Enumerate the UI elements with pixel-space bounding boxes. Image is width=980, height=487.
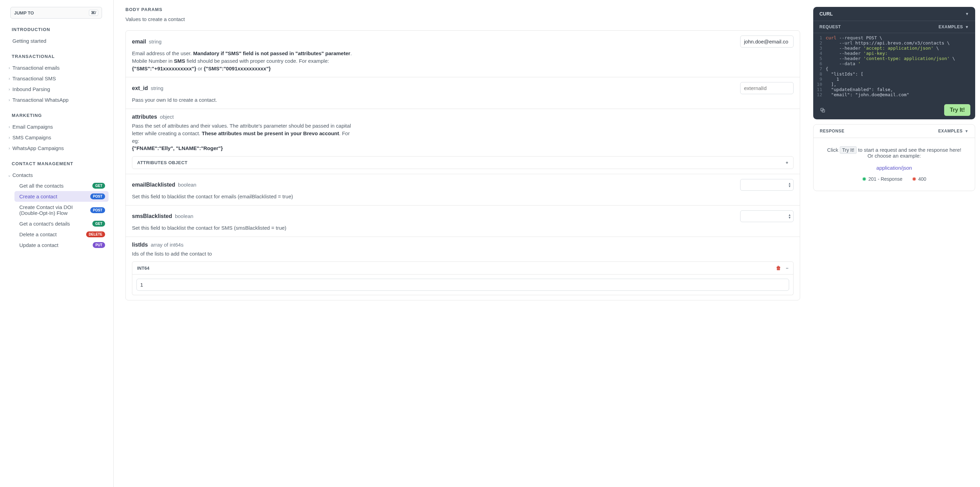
- param-type: string: [149, 38, 162, 45]
- param-ext-id: ext_id string Pass your own Id to create…: [126, 77, 800, 109]
- chevron-right-icon: ›: [7, 87, 12, 92]
- response-label: RESPONSE: [820, 129, 845, 134]
- minus-icon[interactable]: −: [786, 265, 788, 271]
- nav-subitem[interactable]: Create Contact via DOI (Double-Opt-In) F…: [14, 202, 108, 218]
- param-desc: Email address of the user. Mandatory if …: [132, 49, 353, 72]
- method-badge: POST: [90, 193, 105, 200]
- param-type: object: [160, 114, 174, 120]
- nav-item[interactable]: ›WhatsApp Campaigns: [5, 143, 108, 153]
- param-type: boolean: [175, 213, 193, 219]
- param-attributes: attributes object Pass the set of attrib…: [126, 109, 800, 174]
- try-it-button[interactable]: Try It!: [944, 104, 970, 116]
- nav-item[interactable]: Getting started: [5, 35, 108, 46]
- email-input[interactable]: [740, 35, 794, 48]
- nav-section-head: TRANSACTIONAL: [12, 54, 108, 59]
- nav-subitem[interactable]: Get a contact's detailsGET: [14, 218, 108, 229]
- param-name: attributes: [132, 114, 157, 120]
- method-badge: GET: [92, 221, 105, 227]
- nav-item[interactable]: ›Transactional WhatsApp: [5, 94, 108, 105]
- nav-section-head: CONTACT MANAGEMENT: [12, 161, 108, 166]
- code-block: 1curl --request POST \2 --url https://ap…: [813, 33, 975, 101]
- jump-to-button[interactable]: JUMP TO⌘/: [10, 7, 102, 19]
- examples-dropdown[interactable]: EXAMPLES▼: [938, 129, 969, 134]
- attributes-object-expander[interactable]: ATTRIBUTES OBJECT +: [132, 156, 794, 169]
- nav-item[interactable]: ›SMS Campaigns: [5, 132, 108, 143]
- nav-subitem[interactable]: Get all the contactsGET: [14, 180, 108, 191]
- response-hint: Click Try It! to start a request and see…: [820, 147, 969, 159]
- param-list-ids: listIds array of int64s Ids of the lists…: [126, 237, 800, 300]
- nav-section-head: INTRODUCTION: [12, 27, 108, 32]
- chevron-right-icon: ›: [7, 146, 12, 151]
- int64-row-header: INT64 🗑 −: [132, 262, 794, 275]
- request-panel: CURL ▼ REQUEST EXAMPLES▼ 1curl --request…: [813, 7, 975, 119]
- chevron-right-icon: ›: [7, 76, 12, 81]
- param-desc: Set this field to blacklist the contact …: [132, 193, 353, 200]
- stepper-icon: ▲▼: [788, 182, 791, 188]
- param-name: listIds: [132, 242, 148, 247]
- copy-icon[interactable]: [818, 105, 827, 115]
- param-type: array of int64s: [151, 242, 183, 247]
- language-tab[interactable]: CURL: [819, 11, 833, 16]
- method-badge: POST: [90, 207, 105, 213]
- param-sms-blacklisted: smsBlacklisted boolean ▲▼ Set this field…: [126, 206, 800, 237]
- plus-icon: +: [786, 160, 788, 165]
- param-desc: Set this field to blacklist the contact …: [132, 224, 353, 232]
- param-name: email: [132, 38, 146, 45]
- nav-item[interactable]: ⌄Contacts: [5, 170, 108, 180]
- param-email: email string Email address of the user. …: [126, 31, 800, 77]
- examples-dropdown[interactable]: EXAMPLES▼: [939, 24, 969, 29]
- method-badge: DELETE: [86, 232, 105, 237]
- chevron-down-icon: ⌄: [7, 173, 12, 177]
- chevron-right-icon: ›: [7, 97, 12, 102]
- nav-subitem[interactable]: Create a contactPOST: [14, 191, 108, 202]
- param-name: smsBlacklisted: [132, 213, 172, 219]
- param-name: emailBlacklisted: [132, 182, 175, 188]
- stepper-icon: ▲▼: [788, 214, 791, 219]
- listid-input[interactable]: [137, 279, 789, 291]
- param-name: ext_id: [132, 85, 148, 91]
- chevron-right-icon: ›: [7, 65, 12, 70]
- nav-item[interactable]: ›Transactional SMS: [5, 73, 108, 84]
- params-container: email string Email address of the user. …: [126, 30, 800, 300]
- param-email-blacklisted: emailBlacklisted boolean ▲▼ Set this fie…: [126, 174, 800, 206]
- status-201[interactable]: 201 - Response: [862, 176, 902, 182]
- request-label: REQUEST: [819, 24, 841, 29]
- method-badge: PUT: [93, 242, 105, 248]
- nav-item[interactable]: ›Transactional emails: [5, 62, 108, 73]
- nav-item[interactable]: ›Inbound Parsing: [5, 84, 108, 94]
- nav-subitem[interactable]: Update a contactPUT: [14, 240, 108, 251]
- method-badge: GET: [92, 183, 105, 188]
- param-desc: Pass the set of attributes and their val…: [132, 122, 353, 152]
- param-desc: Ids of the lists to add the contact to: [132, 250, 353, 258]
- param-desc: Pass your own Id to create a contact.: [132, 96, 353, 104]
- response-panel: RESPONSE EXAMPLES▼ Click Try It! to star…: [813, 124, 975, 191]
- trash-icon[interactable]: 🗑: [776, 265, 781, 271]
- param-type: boolean: [178, 182, 196, 188]
- nav-item[interactable]: ›Email Campaigns: [5, 121, 108, 132]
- nav-section-head: MARKETING: [12, 113, 108, 118]
- chevron-right-icon: ›: [7, 125, 12, 129]
- chevron-down-icon[interactable]: ▼: [965, 12, 969, 16]
- chevron-right-icon: ›: [7, 135, 12, 140]
- ext-id-input[interactable]: [740, 82, 794, 94]
- sms-blacklisted-select[interactable]: ▲▼: [740, 211, 794, 222]
- nav-subitem[interactable]: Delete a contactDELETE: [14, 229, 108, 240]
- section-subtitle: Values to create a contact: [126, 16, 800, 22]
- section-heading: BODY PARAMS: [126, 7, 800, 12]
- response-example-link[interactable]: application/json: [820, 165, 969, 171]
- email-blacklisted-select[interactable]: ▲▼: [740, 179, 794, 191]
- status-400[interactable]: 400: [912, 176, 926, 182]
- param-type: string: [151, 85, 163, 91]
